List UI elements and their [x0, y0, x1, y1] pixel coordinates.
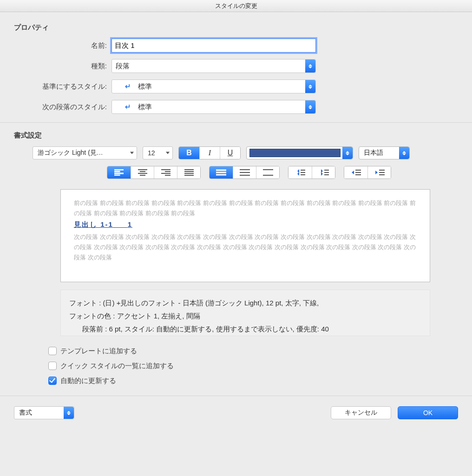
- preview-heading: 見出し 1-1 1: [74, 220, 417, 229]
- increase-space-before-button[interactable]: [288, 166, 312, 178]
- svg-rect-4: [138, 169, 147, 170]
- align-right-button[interactable]: [154, 166, 177, 178]
- ok-button[interactable]: OK: [398, 406, 458, 419]
- chevron-down-icon: [166, 152, 170, 154]
- chevron-updown-icon[interactable]: [342, 147, 353, 159]
- svg-rect-3: [114, 175, 120, 176]
- next-para-value: 標準: [128, 103, 152, 112]
- style-description: フォント : (日) +見出しのフォント - 日本語 (游ゴシック Light)…: [60, 290, 430, 336]
- auto-update-checkbox[interactable]: 自動的に更新する: [46, 375, 458, 386]
- align-center-button[interactable]: [131, 166, 154, 178]
- chevron-updown-icon[interactable]: [64, 407, 74, 419]
- font-size-select[interactable]: 12: [143, 146, 173, 159]
- cancel-button[interactable]: キャンセル: [331, 406, 391, 419]
- checkbox-label: 自動的に更新する: [60, 377, 116, 385]
- add-to-template-checkbox[interactable]: テンプレートに追加する: [46, 345, 458, 357]
- decrease-indent-button[interactable]: [344, 166, 367, 178]
- svg-rect-10: [161, 173, 170, 174]
- based-on-select[interactable]: ↵ 標準: [111, 79, 316, 93]
- separator: [0, 396, 472, 396]
- color-swatch: [249, 149, 341, 157]
- checkbox-label: テンプレートに追加する: [60, 347, 137, 356]
- font-family-select[interactable]: 游ゴシック Light (見…: [33, 146, 137, 159]
- svg-rect-8: [161, 169, 170, 170]
- window-title: スタイルの変更: [0, 0, 472, 12]
- svg-rect-6: [138, 173, 147, 174]
- desc-line-3: 段落前 : 6 pt, スタイル: 自動的に更新する, 使用するまで表示しない,…: [69, 323, 421, 336]
- svg-rect-26: [301, 170, 305, 171]
- svg-rect-7: [140, 175, 145, 176]
- svg-rect-23: [263, 175, 273, 176]
- chevron-down-icon: [130, 152, 134, 154]
- add-to-quick-styles-checkbox[interactable]: クイック スタイルの一覧に追加する: [46, 360, 458, 371]
- svg-rect-21: [240, 175, 250, 176]
- svg-rect-11: [165, 175, 170, 176]
- formatting-section-title: 書式設定: [14, 131, 458, 140]
- svg-rect-37: [355, 174, 361, 175]
- separator: [0, 122, 472, 123]
- svg-rect-17: [216, 172, 226, 173]
- svg-rect-2: [114, 173, 124, 174]
- checkbox-input[interactable]: [48, 347, 57, 355]
- chevron-updown-icon[interactable]: [305, 100, 315, 113]
- line-spacing-group: [209, 166, 280, 179]
- increase-indent-button[interactable]: [367, 166, 391, 178]
- next-para-select[interactable]: ↵ 標準: [111, 100, 316, 114]
- svg-rect-27: [301, 172, 305, 173]
- type-select[interactable]: 段落: [111, 59, 316, 73]
- svg-rect-28: [301, 174, 305, 175]
- format-menu-button[interactable]: 書式: [14, 406, 74, 419]
- svg-rect-16: [216, 170, 226, 171]
- indent-group: [344, 166, 391, 179]
- svg-rect-14: [184, 173, 194, 174]
- svg-rect-36: [355, 172, 361, 173]
- svg-rect-41: [379, 174, 385, 175]
- next-para-label: 次の段落のスタイル:: [14, 103, 111, 112]
- type-label: 種類:: [14, 62, 111, 71]
- desc-line-1: フォント : (日) +見出しのフォント - 日本語 (游ゴシック Light)…: [69, 297, 421, 310]
- language-value: 日本語: [364, 149, 383, 157]
- format-menu-label: 書式: [19, 409, 32, 417]
- name-input[interactable]: [111, 39, 316, 53]
- checkbox-label: クイック スタイルの一覧に追加する: [60, 362, 174, 370]
- type-value: 段落: [116, 62, 130, 71]
- paragraph-icon: ↵: [125, 82, 131, 91]
- svg-marker-38: [375, 171, 378, 174]
- svg-rect-33: [324, 174, 329, 175]
- preview-previous-paragraph: 前の段落 前の段落 前の段落 前の段落 前の段落 前の段落 前の段落 前の段落 …: [74, 198, 417, 218]
- preview-next-paragraph: 次の段落 次の段落 次の段落 次の段落 次の段落 次の段落 次の段落 次の段落 …: [74, 232, 417, 263]
- svg-rect-1: [114, 171, 120, 172]
- decrease-space-before-button[interactable]: [312, 166, 335, 178]
- svg-rect-39: [379, 170, 385, 171]
- align-justify-button[interactable]: [177, 166, 200, 178]
- name-label: 名前:: [14, 41, 111, 50]
- checkbox-input[interactable]: [48, 377, 57, 385]
- chevron-updown-icon[interactable]: [305, 60, 315, 73]
- line-spacing-1-button[interactable]: [210, 166, 233, 178]
- chevron-updown-icon[interactable]: [305, 80, 315, 93]
- line-spacing-1-5-button[interactable]: [233, 166, 256, 178]
- checkbox-input[interactable]: [48, 362, 57, 370]
- language-select[interactable]: 日本語: [359, 146, 410, 159]
- font-family-value: 游ゴシック Light (見…: [38, 149, 103, 157]
- svg-rect-19: [240, 169, 250, 170]
- bold-button[interactable]: B: [179, 147, 199, 159]
- based-on-value: 標準: [128, 82, 152, 91]
- svg-rect-9: [165, 171, 170, 172]
- align-left-button[interactable]: [107, 166, 131, 178]
- svg-rect-32: [324, 172, 329, 173]
- svg-rect-5: [140, 171, 145, 172]
- underline-button[interactable]: U: [220, 147, 240, 159]
- paragraph-icon: ↵: [125, 103, 131, 111]
- bold-italic-underline-group: B I U: [178, 146, 241, 159]
- italic-button[interactable]: I: [199, 147, 220, 159]
- preview-box: 前の段落 前の段落 前の段落 前の段落 前の段落 前の段落 前の段落 前の段落 …: [60, 189, 430, 282]
- svg-rect-40: [379, 172, 385, 173]
- svg-rect-18: [216, 174, 226, 175]
- font-color-select[interactable]: [246, 146, 353, 159]
- svg-rect-12: [184, 169, 194, 170]
- chevron-updown-icon[interactable]: [399, 147, 409, 159]
- svg-marker-25: [297, 172, 299, 176]
- line-spacing-2-button[interactable]: [256, 166, 279, 178]
- svg-rect-0: [114, 169, 124, 170]
